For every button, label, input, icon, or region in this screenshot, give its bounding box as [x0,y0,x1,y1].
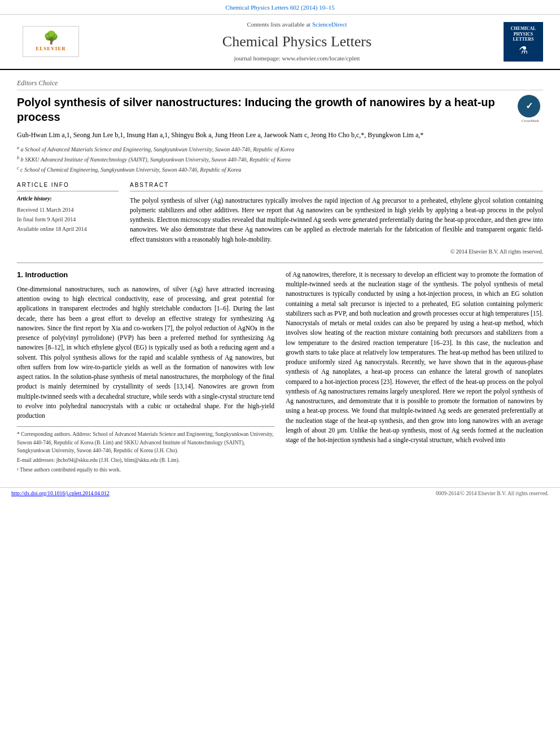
journal-header-center: Contents lists available at ScienceDirec… [90,20,504,63]
crossmark-icon: ✓ [518,95,540,117]
intro-column-left: 1. Introduction One-dimensional nanostru… [17,270,274,476]
introduction-section: 1. Introduction One-dimensional nanostru… [17,270,543,476]
doi-link[interactable]: http://dx.doi.org/10.1016/j.cplett.2014.… [11,490,110,497]
intro-column-right: of Ag nanowires, therefore, it is necess… [286,270,543,476]
journal-homepage: journal homepage: www.elsevier.com/locat… [90,54,504,63]
available-online-date: Available online 18 April 2014 [17,224,119,234]
abstract-heading: ABSTRACT [130,181,543,191]
article-dates: Received 11 March 2014 In final form 9 A… [17,205,119,234]
article-info-heading: ARTICLE INFO [17,181,119,191]
article-info-abstract: ARTICLE INFO Article history: Received 1… [17,181,543,256]
crossmark-label: CrossMark [518,119,543,124]
article-title-section: Polyol synthesis of silver nanostructure… [17,95,543,124]
journal-logo-right: CHEMICALPHYSICSLETTERS ⚗ [504,22,549,62]
article-title: Polyol synthesis of silver nanostructure… [17,95,509,124]
journal-citation: Chemical Physics Letters 602 (2014) 10–1… [225,4,334,11]
elsevier-tree-icon: 🌳 [43,32,59,44]
journal-header: 🌳 ELSEVIER Contents lists available at S… [0,15,560,69]
elsevier-text: ELSEVIER [36,45,66,53]
section-divider [17,263,543,263]
footnote-corresponding: * Corresponding authors. Address: School… [17,430,274,455]
sciencedirect-link[interactable]: ScienceDirect [312,21,347,28]
received-date: Received 11 March 2014 [17,205,119,215]
abstract-text: The polyol synthesis of silver (Ag) nano… [130,196,543,244]
intro-heading: 1. Introduction [17,270,274,280]
cpl-logo-image: ⚗ [519,43,528,58]
affiliation-b: b b SKKU Advanced Institute of Nanotechn… [17,155,543,164]
article-history-label: Article history: [17,195,119,203]
editors-choice-label: Editors Choice [17,78,543,91]
cpl-logo-title: CHEMICALPHYSICSLETTERS [511,26,536,42]
copyright-line: © 2014 Elsevier B.V. All rights reserved… [130,248,543,256]
cpl-logo-box: CHEMICALPHYSICSLETTERS ⚗ [504,22,543,62]
sciencedirect-line: Contents lists available at ScienceDirec… [90,20,504,29]
main-content: Editors Choice Polyol synthesis of silve… [0,70,560,487]
affiliations: a a School of Advanced Materials Science… [17,145,543,174]
authors-list: Guh-Hwan Lim a,1, Seong Jun Lee b,1, Ins… [17,130,543,141]
final-form-date: In final form 9 April 2014 [17,215,119,224]
footnote-area: * Corresponding authors. Address: School… [17,426,274,474]
elsevier-logo: 🌳 ELSEVIER [23,26,79,57]
publisher-logo-area: 🌳 ELSEVIER [11,26,90,57]
article-info-panel: ARTICLE INFO Article history: Received 1… [17,181,119,256]
affiliation-c: c c School of Chemical Engineering, Sung… [17,165,543,174]
bottom-bar: http://dx.doi.org/10.1016/j.cplett.2014.… [0,487,560,500]
abstract-panel: ABSTRACT The polyol synthesis of silver … [130,181,543,256]
journal-name: Chemical Physics Letters [90,32,504,52]
affiliation-a: a a School of Advanced Materials Science… [17,145,543,154]
crossmark-badge: ✓ CrossMark [518,95,543,124]
journal-citation-bar: Chemical Physics Letters 602 (2014) 10–1… [0,0,560,15]
issn-info: 0009-2614/© 2014 Elsevier B.V. All right… [436,490,549,497]
footnote-email: E-mail addresses: jhcho94@skku.edu (J.H.… [17,456,274,464]
intro-text-col2: of Ag nanowires, therefore, it is necess… [286,270,543,445]
intro-text-col1: One-dimensional nanostructures, such as … [17,285,274,421]
footnote-equal-contribution: ¹ These authors contributed equally to t… [17,466,274,474]
